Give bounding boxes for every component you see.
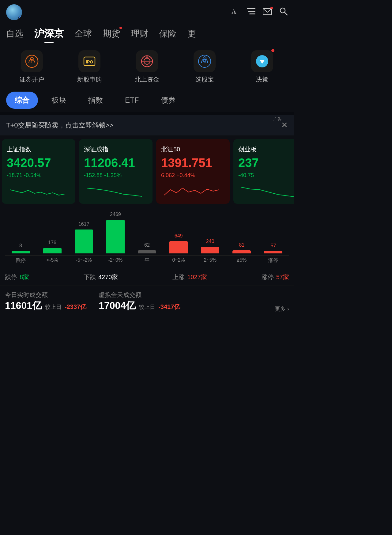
index-card-bz50[interactable]: 北证50 1391.751 6.062 +0.44% xyxy=(156,139,230,204)
cyb-title: 创业板 xyxy=(238,145,294,154)
tab-zixuan[interactable]: 自选 xyxy=(6,25,23,42)
quick-item-account[interactable]: ¥ 证券开户 xyxy=(10,50,53,84)
quick-item-ipo[interactable]: IPO 新股申购 xyxy=(68,50,111,84)
bar-flat xyxy=(138,250,156,253)
header-icons: A i xyxy=(231,7,288,17)
bar-lt5 xyxy=(43,248,62,253)
stats-up: 上涨 1027家 xyxy=(172,273,207,281)
bar-zhtingg xyxy=(264,251,282,253)
bar-col-20: 2469 xyxy=(106,212,125,253)
shzs-change: -18.71 -0.54% xyxy=(7,172,70,179)
today-vol-value: 11601亿 xyxy=(5,299,42,313)
ad-label: 广告 xyxy=(273,117,282,122)
decision-label: 决策 xyxy=(256,75,268,84)
mail-dot xyxy=(270,7,273,9)
bar-02 xyxy=(169,241,188,253)
cyb-chart xyxy=(238,184,294,199)
northfund-label: 北上资金 xyxy=(135,75,159,84)
bot-label-02: 0~2% xyxy=(169,257,188,264)
virtual-vol-compare: 较上日 xyxy=(139,303,155,311)
mail-icon[interactable] xyxy=(263,8,272,17)
tab-qihuo[interactable]: 期货 xyxy=(103,25,120,42)
bar-ge5 xyxy=(232,250,251,253)
quick-item-northfund[interactable]: 北上资金 xyxy=(126,50,168,84)
bot-label-20: -2~0% xyxy=(106,257,125,264)
more-button[interactable]: 更多 › xyxy=(275,305,289,313)
search-icon[interactable] xyxy=(279,7,288,17)
ad-banner[interactable]: 广告 T+0交易随买随卖，点击立即解锁>> ✕ xyxy=(0,115,294,135)
qihuo-dot xyxy=(119,27,122,29)
bot-label-25: 2~5% xyxy=(201,257,219,264)
quick-icons-row: ¥ 证券开户 IPO 新股申购 北上资金 xyxy=(0,43,294,89)
volume-row-top: 今日实时成交额 11601亿 较上日 -2337亿 虚拟全天成交额 17004亿… xyxy=(5,291,289,313)
cat-tab-etf[interactable]: ETF xyxy=(116,92,147,108)
ad-close-button[interactable]: ✕ xyxy=(281,120,288,130)
northfund-icon xyxy=(136,50,158,72)
index-card-shzs[interactable]: 上证指数 3420.57 -18.71 -0.54% xyxy=(2,139,75,204)
index-card-cyb[interactable]: 创业板 237 -40.75 xyxy=(233,139,294,204)
svg-text:AI: AI xyxy=(203,60,206,63)
svg-line-7 xyxy=(285,12,287,15)
cat-tabs: 综合 板块 指数 ETF 债券 xyxy=(0,89,294,112)
bar-col-ditingg: 8 xyxy=(12,243,30,253)
bar-label-176: 176 xyxy=(48,240,56,247)
tab-more[interactable]: 更 xyxy=(187,25,196,42)
bar-label-649: 649 xyxy=(175,233,183,240)
stats-upstop: 涨停 57家 xyxy=(262,273,289,281)
stats-upstop-label: 涨停 xyxy=(262,273,274,281)
stats-downstop-label: 跌停 xyxy=(5,273,17,281)
szzs-change: -152.88 -1.35% xyxy=(84,172,148,179)
bz50-title: 北证50 xyxy=(161,145,225,154)
avatar[interactable]: 5 xyxy=(6,4,22,20)
ipo-label: 新股申购 xyxy=(77,75,102,84)
bar-col-25: 240 xyxy=(201,239,219,253)
cat-tab-bond[interactable]: 债券 xyxy=(152,92,184,109)
svg-text:i: i xyxy=(235,10,236,15)
bar-label-62: 62 xyxy=(144,242,150,249)
menu-icon[interactable] xyxy=(247,8,255,17)
svg-text:¥: ¥ xyxy=(30,60,32,63)
tab-quanqiu[interactable]: 全球 xyxy=(75,25,92,42)
today-vol-diff: -2337亿 xyxy=(65,303,86,311)
cyb-value: 237 xyxy=(238,156,294,170)
quick-item-ai[interactable]: AI 选股宝 xyxy=(183,50,226,84)
virtual-volume: 虚拟全天成交额 17004亿 较上日 -3417亿 xyxy=(99,291,180,313)
bar-label-2469: 2469 xyxy=(110,212,121,218)
cat-tab-bankuai[interactable]: 板块 xyxy=(43,92,75,109)
cat-tab-zonghe[interactable]: 综合 xyxy=(6,92,38,109)
bar-col-lt5: 176 xyxy=(43,240,62,253)
stats-down: 下跌 4270家 xyxy=(84,273,118,281)
svg-rect-3 xyxy=(248,11,255,12)
volume-section: 今日实时成交额 11601亿 较上日 -2337亿 虚拟全天成交额 17004亿… xyxy=(0,286,294,319)
bot-label-zhtingg: 涨停 xyxy=(264,257,282,264)
decision-icon xyxy=(251,50,273,72)
index-cards-row: 上证指数 3420.57 -18.71 -0.54% 深证成指 11206.41… xyxy=(0,135,294,207)
ipo-icon: IPO xyxy=(78,50,100,72)
svg-rect-2 xyxy=(247,8,255,9)
bar-25 xyxy=(201,247,219,253)
bar-col-02: 649 xyxy=(169,233,188,253)
bar-label-240: 240 xyxy=(206,239,214,245)
tab-hushen[interactable]: 沪深京 xyxy=(34,25,64,43)
bar-col-flat: 62 xyxy=(138,242,156,253)
bar-chart: 8 176 1617 2469 62 649 240 81 xyxy=(5,214,289,253)
bar-labels-bottom: 跌停 <-5% -5~-2% -2~0% 平 0~2% 2~5% ≥5% 涨停 xyxy=(5,255,289,266)
bar-label-1617: 1617 xyxy=(78,222,89,228)
app-header: 5 A i xyxy=(0,0,294,25)
index-card-szzs[interactable]: 深证成指 11206.41 -152.88 -1.35% xyxy=(79,139,153,204)
tab-baoxian[interactable]: 保险 xyxy=(159,25,176,42)
tab-licai[interactable]: 理财 xyxy=(131,25,148,42)
quick-item-decision[interactable]: 决策 xyxy=(241,50,284,84)
account-label: 证券开户 xyxy=(20,75,44,84)
bot-label-lt5: <-5% xyxy=(43,257,62,264)
cat-tab-zhishu[interactable]: 指数 xyxy=(80,92,111,109)
bot-label-ge5: ≥5% xyxy=(232,257,251,264)
font-icon[interactable]: A i xyxy=(231,7,239,17)
virtual-vol-diff: -3417亿 xyxy=(158,303,180,311)
bz50-chart xyxy=(161,184,225,199)
virtual-vol-title: 虚拟全天成交额 xyxy=(99,291,180,299)
today-vol-compare: 较上日 xyxy=(45,303,62,311)
bot-label-52: -5~-2% xyxy=(75,257,93,264)
volume-more-btn[interactable]: 今日实时成交额 11601亿 较上日 -2337亿 虚拟全天成交额 17004亿… xyxy=(5,291,275,313)
market-bar-section: 8 176 1617 2469 62 649 240 81 xyxy=(0,207,294,269)
